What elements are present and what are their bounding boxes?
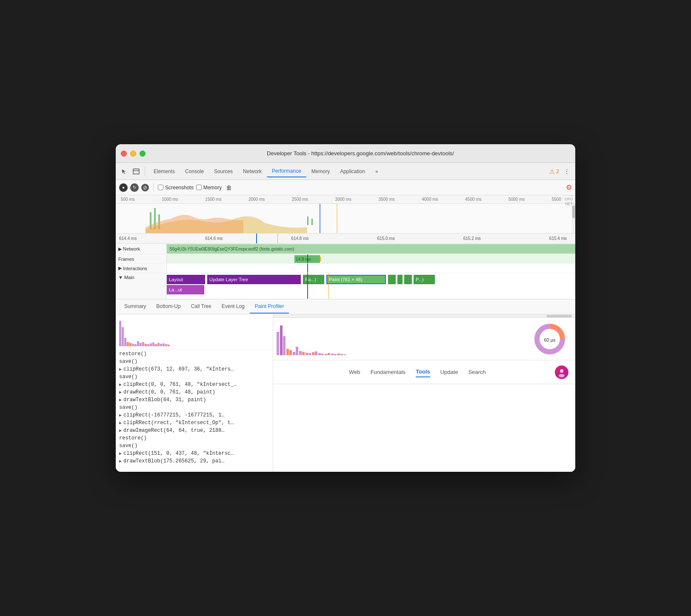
cmd-save-2[interactable]: save() [116,373,273,381]
tab-application[interactable]: Application [335,166,370,177]
task-small-2[interactable] [397,275,403,284]
dock-icon[interactable] [131,166,141,177]
time-615-2: 615.2 ms [463,236,481,241]
cmd-drawimagerect[interactable]: ▶ drawImageRect(64, 64, true, 2188… [116,427,273,434]
task-paint-main[interactable]: Paint (761 × 48) [326,275,386,284]
nav-tab-web[interactable]: Web [349,367,360,377]
cursor-icon[interactable] [119,166,129,177]
ruler-4000: 4000 ms [422,197,438,202]
perf-histogram-right: 60 µs [273,318,575,360]
hist-bar-14 [152,342,154,346]
track-network-content: S6g4U3t-Y5UEw0lE80IlgEseQY3FEmqw.woff2 (… [167,244,575,254]
frames-label-text: Frames [118,257,134,262]
time-614-8: 614.8 ms [291,236,308,241]
trash-icon[interactable]: 🗑 [226,184,232,191]
time-614-6: 614.6 ms [205,236,223,241]
tab-memory[interactable]: Memory [306,166,335,177]
track-main: ▼ Main Layout Update Layer Tree Pa...) [116,273,575,299]
task-update-layer-tree[interactable]: Update Layer Tree [207,275,301,284]
cmd-text: clipRRect(rrect, "kIntersect_Op", t… [123,420,234,426]
page-preview-area: Web Fundamentals Tools Update Search [273,360,575,472]
expand-arrow-5: ▶ [119,413,122,418]
cmd-drawtextblob-2[interactable]: ▶ drawTextBlob(175.265625, 29, pai… [116,457,273,465]
nav-tab-update[interactable]: Update [440,367,458,377]
tab-overflow[interactable]: » [370,166,383,177]
track-interactions-content [167,264,575,273]
task-pa[interactable]: Pa...) [303,275,324,284]
timeline-scrollbar[interactable] [572,205,575,218]
warning-badge[interactable]: ⚠ 2 [549,168,559,175]
task-paint-label: Paint (761 × 48) [329,277,363,282]
task-layout[interactable]: Layout [167,275,205,284]
clear-button[interactable]: ⊘ [141,184,149,191]
memory-checkbox[interactable]: Memory [196,185,222,191]
cmd-drawtextblob-1[interactable]: ▶ drawTextBlob(64, 31, paint) [116,396,273,404]
cmd-save-1[interactable]: save() [116,358,273,365]
cmd-drawrect[interactable]: ▶ drawRect(0, 0, 761, 48, paint) [116,388,273,396]
tab-performance[interactable]: Performance [267,165,306,177]
network-label-text: Network [123,246,140,251]
screenshots-checkbox[interactable]: Screenshots [158,185,194,191]
cmd-cliprrect[interactable]: ▶ clipRRect(rrect, "kIntersect_Op", t… [116,419,273,427]
task-p-end[interactable]: P...) [414,275,435,284]
task-small-1[interactable] [388,275,396,284]
cmd-cliprect-3[interactable]: ▶ clipRect(-16777215, -16777215, 1… [116,411,273,419]
task-pa-label: Pa...) [305,277,316,282]
maximize-button[interactable] [140,151,146,157]
nav-tab-tools[interactable]: Tools [416,367,430,377]
cmd-cliprect-4[interactable]: ▶ clipRect(151, 0, 437, 48, "kIntersc… [116,450,273,457]
hist-bar-1 [119,321,121,346]
task-small-3[interactable] [404,275,412,284]
expand-arrow-9: ▶ [119,459,122,464]
nav-tab-search[interactable]: Search [468,367,486,377]
settings-icon[interactable]: ⚙ [566,183,572,191]
tab-call-tree[interactable]: Call Tree [186,300,217,314]
minimize-button[interactable] [130,151,136,157]
rhist-11 [308,353,311,355]
cmd-cliprect-2[interactable]: ▶ clipRect(0, 0, 761, 48, "kIntersect_… [116,381,273,388]
scrollbar-thumb-h[interactable] [546,315,572,317]
tab-bar: Elements Console Sources Network Perform… [116,163,575,180]
cmd-cliprect-1[interactable]: ▶ clipRect(673, 12, 697, 36, "kInters… [116,365,273,373]
more-options-icon[interactable]: ⋮ [562,166,572,177]
tab-event-log[interactable]: Event Log [217,300,250,314]
preview-nav-bar: Web Fundamentals Tools Update Search [273,360,575,384]
tab-summary[interactable]: Summary [119,300,151,314]
ruler-5500: 5500 [552,197,561,202]
interactions-expand-icon[interactable]: ▶ [118,265,122,271]
tab-sources[interactable]: Sources [209,166,238,177]
network-expand-icon[interactable]: ▶ [118,246,122,252]
expand-arrow-4: ▶ [119,397,122,402]
tab-elements[interactable]: Elements [148,166,180,177]
track-main-label: ▼ Main [116,273,167,299]
cmd-save-3[interactable]: save() [116,404,273,411]
frame-cursor-blue [307,254,308,263]
cmd-restore-1[interactable]: restore() [116,350,273,358]
refresh-button[interactable]: ↻ [130,183,139,192]
tab-bottom-up[interactable]: Bottom-Up [151,300,186,314]
rhist-7 [296,347,298,355]
expand-arrow-6: ▶ [119,420,122,425]
interactions-cursor-blue [307,264,308,273]
command-histogram [116,316,273,350]
cmd-restore-2[interactable]: restore() [116,434,273,442]
tab-console[interactable]: Console [180,166,209,177]
rhist-6 [293,352,295,355]
main-expand-icon[interactable]: ▼ [118,275,123,280]
ruler-1000: 1000 ms [162,197,178,202]
close-button[interactable] [121,151,127,157]
nav-tab-fundamentals[interactable]: Fundamentals [371,367,405,377]
cmd-text: save() [119,443,137,449]
task-layout-sub[interactable]: La...ut [167,285,204,294]
timeline-cursor-orange [277,234,278,243]
task-p-end-label: P...) [416,277,424,282]
record-button[interactable]: ● [119,183,128,192]
cmd-save-4[interactable]: save() [116,442,273,450]
frame-time: 14.8 ms [296,257,311,262]
tab-network[interactable]: Network [238,166,267,177]
tab-paint-profiler[interactable]: Paint Profiler [250,300,289,314]
screenshots-label: Screenshots [165,185,194,191]
right-panel: 60 µs Web Fundamentals Tools Update Sear… [273,314,575,472]
rhist-17 [328,353,330,355]
cmd-text: restore() [119,435,147,441]
